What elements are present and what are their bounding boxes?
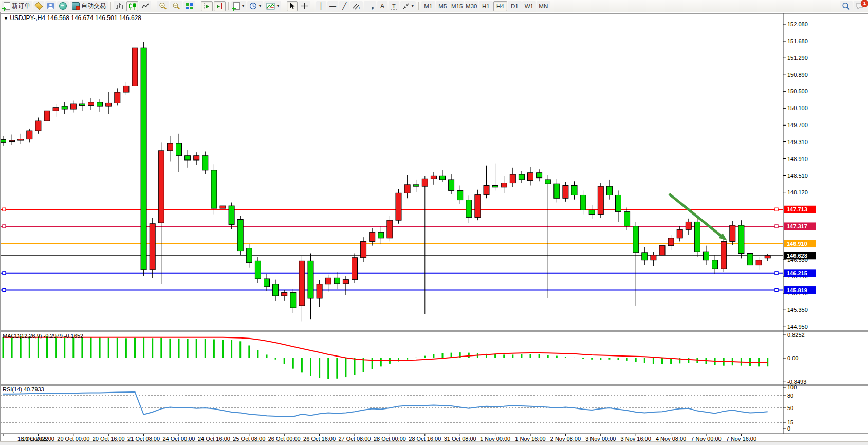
vertical-line-icon: │ xyxy=(319,2,323,10)
timeframe-h4[interactable]: H4 xyxy=(493,1,507,11)
indicators-button[interactable]: ▾ xyxy=(264,1,281,11)
chevron-down-icon: ▾ xyxy=(412,4,414,8)
accounts-button[interactable] xyxy=(45,1,56,11)
svg-text:148.910: 148.910 xyxy=(787,156,808,162)
toolbar-separator xyxy=(154,2,154,10)
svg-text:0: 0 xyxy=(787,425,790,432)
timeframe-group: M1M5M15M30H1H4D1W1MN xyxy=(421,1,550,11)
chart-symbol-period: USDJPY-,H4 xyxy=(10,14,45,22)
indicators-icon xyxy=(266,3,275,10)
chart-shift-button[interactable] xyxy=(201,1,213,11)
main-toolbar: 新订单 自动交易 ▾ ▾ ▾ │ xyxy=(0,0,868,12)
svg-text:150.100: 150.100 xyxy=(787,105,808,111)
clock-icon xyxy=(249,2,257,10)
new-order-button[interactable]: 新订单 xyxy=(2,1,32,11)
search-icon xyxy=(842,2,851,10)
text-label-tool[interactable]: T xyxy=(389,1,399,11)
toolbar-separator xyxy=(418,2,419,10)
svg-text:148.120: 148.120 xyxy=(787,189,808,195)
signals-button[interactable] xyxy=(57,1,69,11)
timeframe-d1[interactable]: D1 xyxy=(508,1,522,11)
cursor-arrow-icon xyxy=(289,2,296,10)
horizontal-line-tool[interactable]: — xyxy=(327,1,338,11)
fibonacci-tool[interactable]: F xyxy=(364,1,376,11)
person-icon xyxy=(47,3,54,9)
timeframe-m15[interactable]: M15 xyxy=(450,1,464,11)
arrows-tool[interactable]: ▾ xyxy=(400,1,416,11)
line-chart-mode-button[interactable] xyxy=(139,1,151,11)
bar-chart-icon xyxy=(116,3,123,10)
crosshair-button[interactable] xyxy=(299,1,310,11)
channel-tool[interactable]: E xyxy=(350,1,363,11)
text-tool-icon: A xyxy=(380,3,384,10)
timeframe-m5[interactable]: M5 xyxy=(436,1,450,11)
horizontal-line-icon: — xyxy=(329,2,336,10)
svg-text:150.500: 150.500 xyxy=(787,88,808,94)
svg-text:145.350: 145.350 xyxy=(787,307,808,313)
tile-windows-button[interactable] xyxy=(183,1,195,11)
autotrading-button[interactable]: 自动交易 xyxy=(70,1,108,11)
bar-chart-mode-button[interactable] xyxy=(114,1,125,11)
candlestick-mode-button[interactable] xyxy=(126,1,138,11)
price-chart[interactable]: 152.080151.680151.290150.890150.500150.1… xyxy=(0,0,868,445)
svg-text:147.317: 147.317 xyxy=(787,223,807,229)
chat-button[interactable]: 1 xyxy=(854,1,866,11)
new-chart-button[interactable]: ▾ xyxy=(231,1,246,11)
toolbar-separator xyxy=(313,2,313,10)
market-watch-button[interactable] xyxy=(33,1,44,11)
new-order-label: 新订单 xyxy=(12,2,30,10)
trendline-tool[interactable]: ╱ xyxy=(339,1,349,11)
globe-icon xyxy=(59,2,67,10)
chevron-down-icon: ▾ xyxy=(242,4,244,8)
text-label-icon: T xyxy=(391,3,397,10)
svg-text:50: 50 xyxy=(787,405,793,411)
svg-text:146.910: 146.910 xyxy=(787,241,807,247)
chart-dropdown-icon[interactable]: ▼ xyxy=(4,16,8,21)
timeframe-mn[interactable]: MN xyxy=(537,1,550,11)
toolbar-separator xyxy=(110,2,111,10)
svg-text:0.8252: 0.8252 xyxy=(787,332,805,338)
notification-badge: 1 xyxy=(861,0,868,7)
channel-icon: E xyxy=(353,3,361,10)
chevron-down-icon: ▾ xyxy=(259,4,261,8)
crosshair-icon xyxy=(301,2,308,10)
new-chart-icon xyxy=(233,2,240,10)
window-left-edge xyxy=(0,12,1,445)
auto-scroll-button[interactable] xyxy=(214,1,226,11)
svg-text:145.819: 145.819 xyxy=(787,287,807,293)
svg-text:F: F xyxy=(372,6,374,10)
timeframe-m1[interactable]: M1 xyxy=(421,1,435,11)
rsi-value: 40.7933 xyxy=(24,386,44,393)
search-button[interactable] xyxy=(840,1,853,11)
timeframe-h1[interactable]: H1 xyxy=(479,1,493,11)
timeframe-m30[interactable]: M30 xyxy=(465,1,478,11)
svg-text:146.628: 146.628 xyxy=(787,253,807,259)
line-chart-icon xyxy=(141,3,149,10)
svg-text:149.310: 149.310 xyxy=(787,139,808,145)
fibonacci-icon: F xyxy=(366,3,374,10)
svg-text:146.215: 146.215 xyxy=(787,270,807,276)
candlestick-icon xyxy=(128,3,136,10)
svg-text:144.950: 144.950 xyxy=(787,324,808,330)
svg-text:15: 15 xyxy=(787,419,793,425)
timeframe-w1[interactable]: W1 xyxy=(522,1,536,11)
toolbar-separator xyxy=(284,2,284,10)
autotrading-icon xyxy=(72,2,80,10)
toolbar-separator xyxy=(198,2,198,10)
zoom-in-button[interactable] xyxy=(157,1,169,11)
zoom-out-button[interactable] xyxy=(170,1,182,11)
macd-values: -0.2979 -0.1652 xyxy=(43,333,83,339)
zoom-out-icon xyxy=(172,2,180,10)
periods-button[interactable]: ▾ xyxy=(247,1,263,11)
chart-ohlc-quote: 146.568 146.674 146.501 146.628 xyxy=(47,14,142,22)
text-tool[interactable]: A xyxy=(377,1,387,11)
svg-text:100: 100 xyxy=(787,384,797,390)
vertical-line-tool[interactable]: │ xyxy=(316,1,326,11)
svg-text:151.290: 151.290 xyxy=(787,55,808,61)
tile-windows-icon xyxy=(186,3,193,10)
chart-title: ▼ USDJPY-,H4 146.568 146.674 146.501 146… xyxy=(4,14,141,22)
macd-label: MACD(12,26,9) -0.2979 -0.1652 xyxy=(3,333,83,339)
cursor-button[interactable] xyxy=(287,1,298,11)
svg-text:147.713: 147.713 xyxy=(787,206,807,212)
svg-text:152.080: 152.080 xyxy=(787,21,808,27)
